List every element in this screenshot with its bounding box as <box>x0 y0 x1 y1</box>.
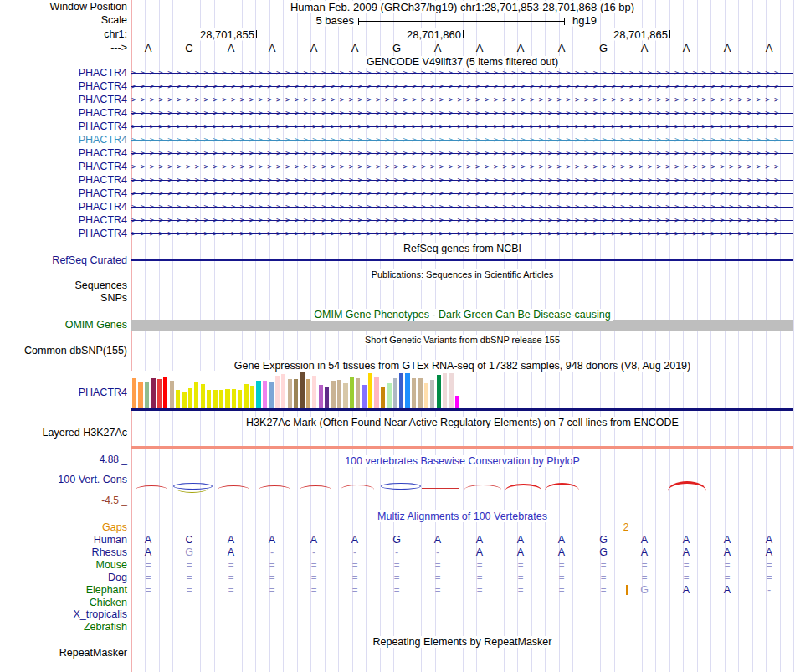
gene-transcript-row[interactable]: >>>>>>>>>>>>>>>>>>>>>>>>>>>>>>>>>>>>>>>>… <box>131 82 793 91</box>
align-insert-marker <box>626 585 628 595</box>
gtex-tissue-bar <box>232 389 236 408</box>
assembly-label: hg19 <box>572 14 598 27</box>
gtex-barchart[interactable] <box>131 371 469 408</box>
dbsnp-title[interactable]: Short Genetic Variants from dbSNP releas… <box>362 335 562 345</box>
omim-genes-bar[interactable] <box>131 320 793 331</box>
scale-value: 5 bases <box>315 14 355 27</box>
species-label[interactable]: Dog <box>108 572 127 583</box>
gene-row-label[interactable]: PHACTR4 <box>79 121 127 132</box>
align-base: = <box>725 560 731 570</box>
align-base: A <box>269 534 275 546</box>
species-label[interactable]: Rhesus <box>92 546 127 558</box>
gene-row-label[interactable]: PHACTR4 <box>79 228 127 239</box>
species-label[interactable]: Mouse <box>95 559 127 571</box>
align-base: = <box>394 572 400 582</box>
gtex-tissue-bar <box>430 380 434 408</box>
gene-row-label[interactable]: PHACTR4 <box>79 80 127 92</box>
align-base: = <box>352 560 358 570</box>
gene-transcript-row[interactable]: >>>>>>>>>>>>>>>>>>>>>>>>>>>>>>>>>>>>>>>>… <box>131 122 793 131</box>
align-base: C <box>185 534 192 546</box>
gene-transcript-row[interactable]: >>>>>>>>>>>>>>>>>>>>>>>>>>>>>>>>>>>>>>>>… <box>131 216 793 225</box>
align-base: G <box>599 546 608 558</box>
base-letter: A <box>558 42 566 54</box>
base-letter: A <box>476 42 484 54</box>
align-base: = <box>269 560 275 570</box>
refseq-title[interactable]: RefSeq genes from NCBI <box>401 243 524 254</box>
gene-row-label[interactable]: PHACTR4 <box>79 94 127 105</box>
cons-track-label[interactable]: 100 Vert. Cons <box>58 474 127 485</box>
gene-transcript-row[interactable]: >>>>>>>>>>>>>>>>>>>>>>>>>>>>>>>>>>>>>>>>… <box>131 109 793 118</box>
gene-transcript-row[interactable]: >>>>>>>>>>>>>>>>>>>>>>>>>>>>>>>>>>>>>>>>… <box>131 149 793 158</box>
gtex-tissue-bar <box>350 377 354 408</box>
cons-wiggle-feature <box>300 485 331 490</box>
species-label[interactable]: Zebrafish <box>84 621 127 633</box>
gene-transcript-row[interactable]: >>>>>>>>>>>>>>>>>>>>>>>>>>>>>>>>>>>>>>>>… <box>131 203 793 212</box>
gtex-tissue-bar <box>437 375 441 408</box>
align-base: = <box>394 585 400 595</box>
gencode-title[interactable]: GENCODE V49lift37 (5 items filtered out) <box>364 56 561 68</box>
gtex-tissue-bar <box>418 378 422 408</box>
refseq-curated-label[interactable]: RefSeq Curated <box>52 254 127 266</box>
gene-transcript-row[interactable]: >>>>>>>>>>>>>>>>>>>>>>>>>>>>>>>>>>>>>>>>… <box>131 69 793 78</box>
refseq-curated-line[interactable] <box>131 259 793 261</box>
gene-row-label[interactable]: PHACTR4 <box>79 187 127 199</box>
gene-transcript-row[interactable]: >>>>>>>>>>>>>>>>>>>>>>>>>>>>>>>>>>>>>>>>… <box>131 229 793 239</box>
multiz-title[interactable]: Multiz Alignments of 100 Vertebrates <box>375 510 550 522</box>
gene-transcript-row[interactable]: >>>>>>>>>>>>>>>>>>>>>>>>>>>>>>>>>>>>>>>>… <box>131 189 793 198</box>
align-base: - <box>353 546 356 558</box>
h3k27ac-signal-line[interactable] <box>131 446 793 449</box>
align-base: = <box>228 560 234 570</box>
gene-transcript-row[interactable]: >>>>>>>>>>>>>>>>>>>>>>>>>>>>>>>>>>>>>>>>… <box>131 95 793 105</box>
align-base: - <box>767 584 771 596</box>
gene-transcript-row[interactable]: >>>>>>>>>>>>>>>>>>>>>>>>>>>>>>>>>>>>>>>>… <box>131 162 793 172</box>
base-letter: G <box>392 42 401 54</box>
sequences-label[interactable]: Sequences <box>74 280 127 291</box>
align-base: = <box>518 585 524 595</box>
omim-genes-label[interactable]: OMIM Genes <box>65 319 127 331</box>
gene-row-label[interactable]: PHACTR4 <box>79 67 127 79</box>
species-label[interactable]: Chicken <box>90 597 127 608</box>
coord-number: 28,701,865 <box>613 28 669 41</box>
gene-transcript-row[interactable]: >>>>>>>>>>>>>>>>>>>>>>>>>>>>>>>>>>>>>>>>… <box>131 136 793 145</box>
h3k27ac-title[interactable]: H3K27Ac Mark (Often Found Near Active Re… <box>244 417 681 428</box>
cons-max-value: 4.88 _ <box>100 454 127 465</box>
gene-row-label[interactable]: PHACTR4 <box>79 201 127 213</box>
base-letter: A <box>766 42 773 54</box>
snps-label[interactable]: SNPs <box>100 292 127 304</box>
base-letter: A <box>683 42 690 54</box>
align-base: A <box>145 534 151 546</box>
species-label[interactable]: X_tropicalis <box>73 608 127 620</box>
align-base: = <box>601 572 607 582</box>
cons-title[interactable]: 100 vertebrates Basewise Conservation by… <box>342 455 582 467</box>
align-base: = <box>311 560 317 570</box>
scale-bar-left-tick <box>358 18 359 25</box>
gene-row-label[interactable]: PHACTR4 <box>79 214 127 226</box>
align-base: A <box>310 534 317 546</box>
h3k27ac-title-row: H3K27Ac Mark (Often Found Near Active Re… <box>131 414 793 429</box>
gtex-gene-label[interactable]: PHACTR4 <box>79 387 127 398</box>
gene-row-label[interactable]: PHACTR4 <box>79 174 127 186</box>
align-base: = <box>269 572 275 582</box>
repeatmasker-title[interactable]: Repeating Elements by RepeatMasker <box>370 636 554 648</box>
publications-title[interactable]: Publications: Sequences in Scientific Ar… <box>369 269 556 280</box>
align-base: A <box>724 546 731 558</box>
align-base: = <box>146 572 151 582</box>
chrom-label: chr1: <box>104 28 127 40</box>
gene-row-label[interactable]: PHACTR4 <box>79 107 127 119</box>
species-label[interactable]: Human <box>94 534 127 546</box>
species-label[interactable]: Elephant <box>86 584 127 596</box>
layered-h3k27ac-label[interactable]: Layered H3K27Ac <box>43 427 127 439</box>
gaps-row-label[interactable]: Gaps <box>102 521 127 533</box>
align-base: = <box>311 572 317 582</box>
gtex-tissue-bar <box>256 381 260 408</box>
gtex-title[interactable]: Gene Expression in 54 tissues from GTEx … <box>232 360 693 372</box>
omim-title[interactable]: OMIM Gene Phenotypes - Dark Green Can Be… <box>311 309 613 321</box>
gene-row-label[interactable]: PHACTR4 <box>79 134 127 146</box>
gene-transcript-row[interactable]: >>>>>>>>>>>>>>>>>>>>>>>>>>>>>>>>>>>>>>>>… <box>131 176 793 185</box>
gencode-title-row: GENCODE V49lift37 (5 items filtered out) <box>131 54 793 69</box>
common-dbsnp-label[interactable]: Common dbSNP(155) <box>24 345 127 357</box>
gene-row-label[interactable]: PHACTR4 <box>79 161 127 172</box>
gene-row-label[interactable]: PHACTR4 <box>79 147 127 159</box>
repeatmasker-label[interactable]: RepeatMasker <box>59 647 127 659</box>
gtex-tissue-bar <box>294 379 298 408</box>
